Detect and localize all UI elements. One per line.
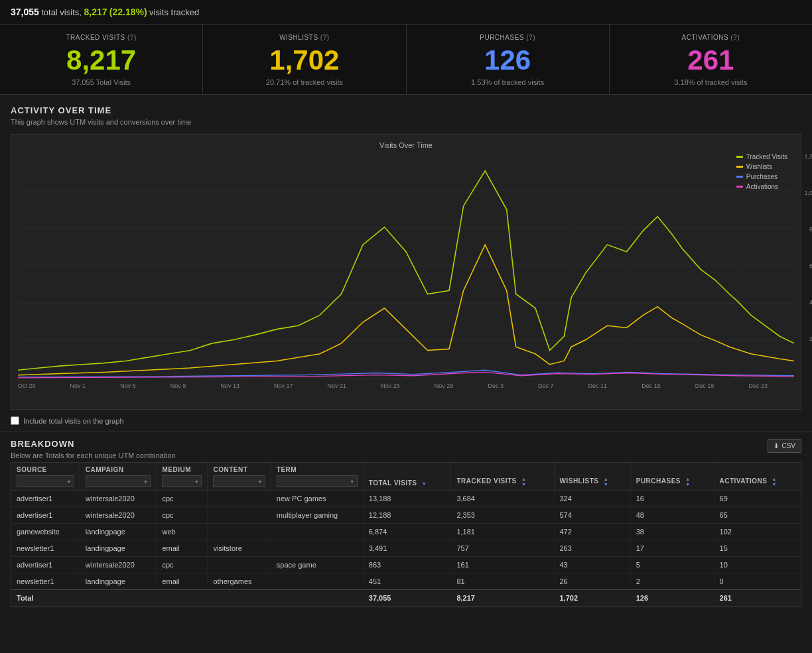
- cell-activations: 0: [714, 573, 801, 590]
- breakdown-title: BREAKDOWN: [11, 439, 176, 449]
- cell-source: gamewebsite: [11, 524, 80, 540]
- cell-total_visits: 6,874: [363, 524, 451, 540]
- cell-tracked_visits: 757: [451, 540, 554, 557]
- cell-term: space game: [271, 557, 363, 573]
- activity-subtitle: This graph shows UTM visits and conversi…: [11, 118, 801, 126]
- cell-medium: cpc: [157, 557, 208, 573]
- activity-section-header: ACTIVITY OVER TIME This graph shows UTM …: [0, 95, 812, 129]
- cell-tracked_visits: 2,353: [451, 507, 554, 524]
- x-label: Nov 21: [328, 383, 347, 389]
- cell-total_visits: 12,188: [363, 507, 451, 524]
- x-label: Nov 5: [120, 383, 136, 389]
- table-row: newsletter1landingpageemailothergames451…: [11, 573, 801, 590]
- stat-sub-tracked-visits: 37,055 Total Visits: [7, 78, 196, 86]
- csv-button[interactable]: ⬇ CSV: [768, 439, 801, 453]
- legend-color: [736, 166, 743, 168]
- filter-wrap-content: [213, 475, 265, 487]
- sort-arrows-wishlists[interactable]: ▲▼: [604, 477, 608, 487]
- legend-label: Activations: [746, 183, 778, 190]
- stat-card-tracked-visits: TRACKED VISITS (?) 8,217 37,055 Total Vi…: [0, 25, 203, 94]
- filter-select-campaign[interactable]: [86, 475, 151, 487]
- checkbox-label[interactable]: Include total visits on the graph: [23, 417, 124, 425]
- cell-content: [208, 524, 271, 540]
- th-total_visits: TOTAL VISITS ▼: [363, 463, 451, 491]
- legend-color: [736, 156, 743, 158]
- x-label: Nov 25: [381, 383, 400, 389]
- cell-purchases: 2: [630, 573, 714, 590]
- cell-total_visits: 3,491: [363, 540, 451, 557]
- breakdown-header: BREAKDOWN Below are Totals for each uniq…: [0, 432, 812, 462]
- total-cell-7: 1,702: [554, 590, 630, 607]
- csv-label: CSV: [781, 442, 795, 449]
- cell-activations: 10: [714, 557, 801, 573]
- total-cell-2: [157, 590, 208, 607]
- total-cell-6: 8,217: [451, 590, 554, 607]
- table-row: advertiser1wintersale2020cpcmultiplayer …: [11, 507, 801, 524]
- cell-source: advertiser1: [11, 507, 80, 524]
- th-medium: MEDIUM: [157, 463, 208, 491]
- cell-campaign: landingpage: [80, 573, 157, 590]
- th-wishlists: WISHLISTS ▲▼: [554, 463, 630, 491]
- stat-value-wishlists: 1,702: [210, 46, 399, 74]
- cell-wishlists: 263: [554, 540, 630, 557]
- th-term: TERM: [271, 463, 363, 491]
- cell-medium: email: [157, 573, 208, 590]
- cell-purchases: 16: [630, 491, 714, 507]
- stat-label-wishlists: WISHLISTS (?): [210, 34, 399, 41]
- chart-container: Visits Over Time: [11, 134, 801, 410]
- x-label: Nov 17: [274, 383, 293, 389]
- filter-select-term[interactable]: [277, 475, 358, 487]
- cell-medium: cpc: [157, 491, 208, 507]
- cell-purchases: 48: [630, 507, 714, 524]
- legend-label: Tracked Visits: [746, 153, 787, 160]
- sort-arrows-tracked_visits[interactable]: ▲▼: [521, 477, 526, 487]
- cell-wishlists: 43: [554, 557, 630, 573]
- stat-value-activations: 261: [616, 46, 805, 74]
- legend-item: Wishlists: [736, 163, 787, 170]
- cell-tracked_visits: 161: [451, 557, 554, 573]
- banner-text-after: visits tracked: [149, 7, 199, 17]
- stat-value-purchases: 126: [413, 46, 602, 74]
- cell-activations: 65: [714, 507, 801, 524]
- cell-term: multiplayer gaming: [271, 507, 363, 524]
- th-purchases: PURCHASES ▲▼: [630, 463, 714, 491]
- sort-arrows-purchases[interactable]: ▲▼: [685, 477, 690, 487]
- total-cell-8: 126: [630, 590, 714, 607]
- legend-color: [736, 186, 743, 188]
- legend-item: Activations: [736, 183, 787, 190]
- th-tracked_visits: TRACKED VISITS ▲▼: [451, 463, 554, 491]
- cell-activations: 15: [714, 540, 801, 557]
- cell-source: advertiser1: [11, 491, 80, 507]
- stat-card-activations: ACTIVATIONS (?) 261 3.18% of tracked vis…: [610, 25, 812, 94]
- sort-arrows-activations[interactable]: ▲▼: [772, 477, 777, 487]
- cell-purchases: 38: [630, 524, 714, 540]
- legend-item: Purchases: [736, 173, 787, 180]
- filter-select-medium[interactable]: [162, 475, 202, 487]
- include-total-checkbox[interactable]: [11, 416, 19, 425]
- filter-wrap-campaign: [86, 475, 151, 487]
- filter-select-content[interactable]: [213, 475, 265, 487]
- y-axis-labels: 1,200 1,000 800 600 400 200 0: [804, 153, 812, 379]
- stat-sub-purchases: 1.53% of tracked visits: [413, 78, 602, 86]
- x-label: Nov 29: [435, 383, 454, 389]
- activity-title: ACTIVITY OVER TIME: [11, 105, 801, 115]
- table-row: gamewebsitelandingpageweb6,8741,18147238…: [11, 524, 801, 540]
- th-source: SOURCE: [11, 463, 80, 491]
- x-label: Dec 23: [748, 383, 768, 389]
- total-cell-3: [208, 590, 271, 607]
- sort-arrows-total_visits[interactable]: ▼: [422, 481, 427, 486]
- checkbox-row: Include total visits on the graph: [0, 412, 812, 432]
- filter-select-source[interactable]: [17, 475, 74, 487]
- cell-total_visits: 451: [363, 573, 451, 590]
- breakdown-subtitle: Below are Totals for each unique UTM com…: [11, 451, 176, 459]
- cell-purchases: 5: [630, 557, 714, 573]
- cell-activations: 102: [714, 524, 801, 540]
- cell-tracked_visits: 3,684: [451, 491, 554, 507]
- cell-campaign: landingpage: [80, 524, 157, 540]
- cell-term: [271, 524, 363, 540]
- total-visits-label: 37,055: [11, 7, 39, 17]
- cell-content: othergames: [208, 573, 271, 590]
- top-banner: 37,055 total visits, 8,217 (22.18%) visi…: [0, 0, 812, 25]
- table-row: advertiser1wintersale2020cpcnew PC games…: [11, 491, 801, 507]
- total-cell-4: [271, 590, 363, 607]
